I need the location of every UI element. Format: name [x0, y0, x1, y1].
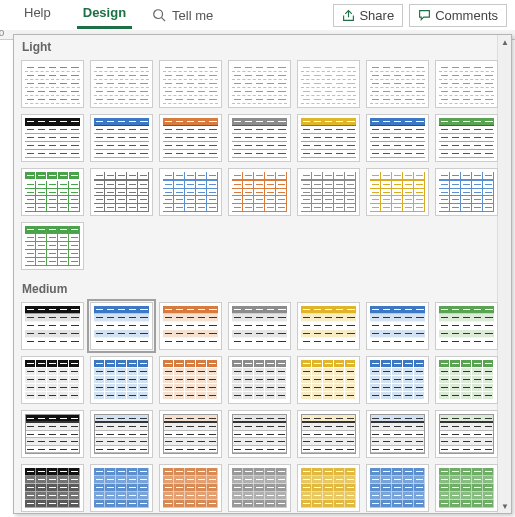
- tell-me-label: Tell me: [172, 8, 213, 23]
- table-style-swatch[interactable]: [297, 356, 360, 404]
- table-style-swatch[interactable]: [297, 464, 360, 512]
- table-style-swatch[interactable]: [21, 222, 84, 270]
- table-style-swatch[interactable]: [228, 114, 291, 162]
- table-style-swatch[interactable]: [366, 168, 429, 216]
- table-style-swatch[interactable]: [21, 168, 84, 216]
- table-style-swatch[interactable]: [228, 302, 291, 350]
- table-style-swatch[interactable]: [228, 60, 291, 108]
- table-style-swatch[interactable]: [90, 168, 153, 216]
- table-style-swatch[interactable]: [228, 410, 291, 458]
- table-style-swatch[interactable]: [21, 302, 84, 350]
- scroll-up-button[interactable]: ▲: [498, 35, 512, 49]
- table-style-swatch[interactable]: [366, 114, 429, 162]
- ribbon: Help Design Tell me Share Comments: [0, 0, 515, 30]
- share-icon: [342, 9, 355, 22]
- table-style-swatch[interactable]: [90, 60, 153, 108]
- table-style-swatch[interactable]: [366, 356, 429, 404]
- table-style-swatch[interactable]: [228, 356, 291, 404]
- table-style-swatch[interactable]: [90, 410, 153, 458]
- table-style-swatch[interactable]: [228, 464, 291, 512]
- gallery-section-grid: [14, 298, 511, 514]
- table-style-swatch[interactable]: [435, 60, 498, 108]
- tab-help[interactable]: Help: [18, 1, 57, 29]
- table-style-swatch[interactable]: [90, 114, 153, 162]
- table-style-swatch[interactable]: [435, 464, 498, 512]
- table-style-swatch[interactable]: [435, 410, 498, 458]
- table-styles-gallery: ▲ ▼ LightMedium: [13, 34, 512, 514]
- table-style-swatch[interactable]: [159, 356, 222, 404]
- table-style-swatch[interactable]: [297, 114, 360, 162]
- table-style-swatch[interactable]: [21, 60, 84, 108]
- table-style-swatch[interactable]: [21, 410, 84, 458]
- table-style-swatch[interactable]: [159, 410, 222, 458]
- table-style-swatch[interactable]: [366, 464, 429, 512]
- gallery-section-heading: Medium: [14, 277, 511, 298]
- gallery-scrollbar[interactable]: ▲ ▼: [497, 35, 511, 513]
- tab-design[interactable]: Design: [77, 1, 132, 29]
- table-style-swatch[interactable]: [90, 302, 153, 350]
- gallery-section-grid: [14, 56, 511, 277]
- comment-icon: [418, 9, 431, 22]
- comments-label: Comments: [435, 8, 498, 23]
- tell-me-search[interactable]: Tell me: [152, 8, 213, 23]
- ribbon-right: Share Comments: [327, 4, 515, 27]
- share-label: Share: [359, 8, 394, 23]
- table-style-swatch[interactable]: [159, 60, 222, 108]
- table-style-swatch[interactable]: [366, 60, 429, 108]
- table-style-swatch[interactable]: [435, 114, 498, 162]
- share-button[interactable]: Share: [333, 4, 403, 27]
- scroll-down-button[interactable]: ▼: [498, 499, 512, 513]
- table-style-swatch[interactable]: [21, 356, 84, 404]
- table-style-swatch[interactable]: [21, 114, 84, 162]
- table-style-swatch[interactable]: [366, 410, 429, 458]
- table-style-swatch[interactable]: [21, 464, 84, 512]
- table-style-swatch[interactable]: [159, 114, 222, 162]
- table-style-swatch[interactable]: [297, 168, 360, 216]
- svg-line-1: [162, 18, 166, 22]
- gallery-section-heading: Light: [14, 35, 511, 56]
- table-style-swatch[interactable]: [435, 168, 498, 216]
- table-style-swatch[interactable]: [297, 410, 360, 458]
- table-style-swatch[interactable]: [435, 302, 498, 350]
- table-style-swatch[interactable]: [228, 168, 291, 216]
- table-style-swatch[interactable]: [90, 356, 153, 404]
- table-style-swatch[interactable]: [435, 356, 498, 404]
- svg-point-0: [154, 10, 163, 19]
- comments-button[interactable]: Comments: [409, 4, 507, 27]
- table-style-swatch[interactable]: [297, 302, 360, 350]
- table-style-swatch[interactable]: [159, 168, 222, 216]
- table-style-swatch[interactable]: [159, 464, 222, 512]
- search-icon: [152, 8, 166, 22]
- table-style-swatch[interactable]: [297, 60, 360, 108]
- table-style-swatch[interactable]: [366, 302, 429, 350]
- table-style-swatch[interactable]: [159, 302, 222, 350]
- table-style-swatch[interactable]: [90, 464, 153, 512]
